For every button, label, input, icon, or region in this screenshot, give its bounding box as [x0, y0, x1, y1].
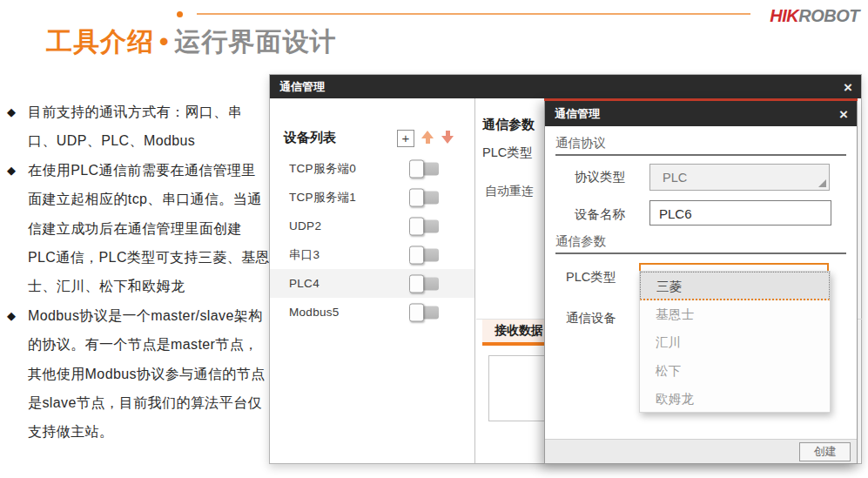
dialog-footer: 创建 [545, 439, 857, 463]
title-bullet-icon: • [159, 27, 170, 56]
plc-type-label: PLC类型 [482, 145, 532, 161]
bullet-item: ◆ 目前支持的通讯方式有：网口、串口、UDP、PLC、Modbus [7, 98, 270, 156]
auto-reconnect-label: 自动重连 [485, 184, 534, 199]
bullet-item: ◆ 在使用PLC通信前需要在通信管理里面建立起相应的tcp、串口通信。当通信建立… [7, 156, 270, 301]
device-label: TCP服务端1 [270, 190, 356, 205]
toggle-knob [409, 159, 424, 178]
section-divider [555, 154, 846, 156]
create-communication-dialog: 通信管理 × 通信协议 协议类型 PLC 设备名称 PLC6 通信参数 PLC类… [544, 98, 858, 464]
plc-type-label: PLC类型 [566, 269, 616, 286]
device-list-panel: 设备列表 + TCP服务端0 TCP服务端1 [270, 98, 475, 463]
device-rows: TCP服务端0 TCP服务端1 [270, 154, 474, 327]
device-label: PLC4 [270, 277, 320, 290]
dropdown-option[interactable]: 基恩士 [640, 300, 830, 329]
device-label: UDP2 [270, 219, 321, 232]
toggle-knob [409, 246, 424, 264]
move-up-icon[interactable] [421, 131, 434, 146]
toggle-switch[interactable] [409, 160, 440, 177]
device-row[interactable]: 串口3 [270, 240, 474, 269]
device-row[interactable]: Modbus5 [270, 298, 474, 327]
toggle-knob [409, 274, 424, 293]
protocol-type-dropdown[interactable]: PLC [649, 164, 830, 191]
dialog-title: 通信管理 [270, 79, 325, 95]
page-title: 工具介绍•运行界面设计 [46, 24, 337, 60]
toggle-knob [409, 303, 424, 321]
page-title-secondary: 运行界面设计 [175, 27, 337, 56]
dropdown-option[interactable]: 三菱 [640, 272, 830, 300]
device-name-label: 设备名称 [575, 206, 625, 223]
dropdown-corner-icon [818, 179, 826, 187]
bullet-item: ◆ Modbus协议是一个master/slave架构的协议。有一个节点是mas… [7, 301, 270, 447]
bullet-diamond-icon: ◆ [7, 98, 28, 156]
add-device-button[interactable]: + [397, 130, 414, 147]
move-down-icon[interactable] [441, 131, 454, 146]
logo-robot: ROBOT [798, 6, 859, 25]
toggle-knob [409, 188, 424, 206]
toggle-switch[interactable] [409, 304, 440, 320]
comm-params-header: 通信参数 [482, 117, 535, 133]
device-row[interactable]: TCP服务端1 [270, 183, 474, 212]
protocol-type-value: PLC [663, 171, 687, 185]
bullet-diamond-icon: ◆ [7, 156, 28, 301]
dropdown-option[interactable]: 汇川 [640, 328, 830, 357]
device-label: 串口3 [270, 247, 320, 263]
page-title-primary: 工具介绍 [46, 27, 154, 56]
section-divider [555, 252, 846, 254]
close-icon[interactable]: × [844, 79, 852, 94]
params-section-header: 通信参数 [555, 233, 606, 250]
device-row[interactable]: PLC4 [270, 269, 474, 298]
bullet-diamond-icon: ◆ [7, 301, 28, 447]
device-label: TCP服务端0 [270, 161, 356, 177]
bullet-text: Modbus协议是一个master/slave架构的协议。有一个节点是maste… [28, 301, 270, 447]
device-row[interactable]: TCP服务端0 [270, 154, 474, 183]
toggle-knob [409, 217, 424, 235]
bullet-list: ◆ 目前支持的通讯方式有：网口、串口、UDP、PLC、Modbus ◆ 在使用P… [7, 98, 270, 447]
toggle-switch[interactable] [409, 275, 440, 292]
device-row[interactable]: UDP2 [270, 212, 474, 240]
protocol-type-label: 协议类型 [575, 169, 625, 185]
hikrobot-logo: HIKROBOT [770, 6, 859, 26]
logo-hik: HIK [770, 6, 798, 25]
toggle-switch[interactable] [409, 218, 440, 234]
device-list-header: 设备列表 [284, 130, 336, 146]
toggle-switch[interactable] [409, 246, 440, 263]
toggle-switch[interactable] [409, 189, 440, 205]
protocol-section-header: 通信协议 [555, 135, 606, 151]
plc-type-dropdown-list: 三菱 基恩士 汇川 松下 欧姆龙 [639, 271, 831, 413]
device-name-input[interactable]: PLC6 [649, 200, 831, 226]
device-label: Modbus5 [270, 306, 340, 319]
comm-device-label: 通信设备 [566, 310, 616, 327]
dropdown-option[interactable]: 欧姆龙 [640, 385, 830, 414]
slide: HIKROBOT 工具介绍•运行界面设计 ◆ 目前支持的通讯方式有：网口、串口、… [0, 0, 868, 478]
close-icon[interactable]: × [839, 106, 848, 121]
dialog-titlebar[interactable]: 通信管理 × [270, 75, 861, 98]
dialog-title: 通信管理 [545, 106, 600, 122]
bullet-text: 在使用PLC通信前需要在通信管理里面建立起相应的tcp、串口通信。当通信建立成功… [28, 156, 270, 301]
bullet-text: 目前支持的通讯方式有：网口、串口、UDP、PLC、Modbus [28, 98, 270, 156]
tab-label: 接收数据 [495, 323, 543, 339]
create-button[interactable]: 创建 [799, 442, 851, 461]
dropdown-option[interactable]: 松下 [640, 357, 830, 386]
dialog-titlebar[interactable]: 通信管理 × [545, 101, 857, 126]
decorative-line [197, 13, 750, 15]
device-name-value: PLC6 [659, 205, 692, 220]
decorative-dot [177, 11, 183, 17]
